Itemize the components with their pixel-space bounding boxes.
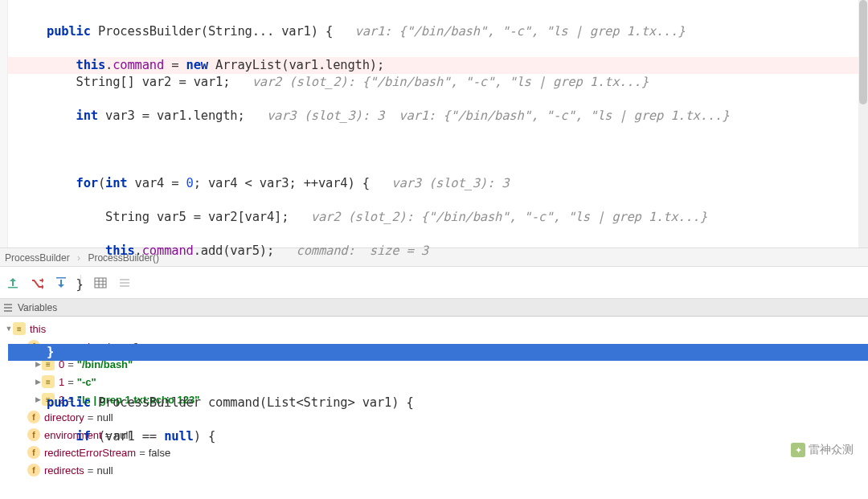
code-line: public ProcessBuilder command(List<Strin…: [8, 395, 868, 411]
execution-line: }: [8, 344, 868, 361]
svg-rect-9: [120, 285, 129, 287]
code-line-highlighted: this.command = new ArrayList(var1.length…: [8, 57, 868, 74]
vertical-scrollbar[interactable]: [858, 0, 868, 247]
wechat-icon: ✦: [791, 443, 805, 457]
editor-gutter: [0, 0, 8, 247]
code-line: }: [8, 276, 868, 293]
inline-hint: var2 (slot_2): {"/bin/bash", "-c", "ls |…: [311, 210, 707, 224]
inline-hint: command: size = 3: [297, 243, 428, 258]
code-line: public ProcessBuilder(String... var1) { …: [8, 23, 868, 40]
scrollbar-thumb[interactable]: [859, 0, 867, 104]
code-line: String[] var2 = var1; var2 (slot_2): {"/…: [8, 74, 868, 91]
code-line: String var5 = var2[var4]; var2 (slot_2):…: [8, 209, 868, 226]
code-line: int var3 = var1.length; var3 (slot_3): 3…: [8, 108, 868, 125]
code-line: if (var1 == null) {: [8, 428, 868, 445]
code-area[interactable]: public ProcessBuilder(String... var1) { …: [8, 0, 868, 479]
inline-hint: var3 (slot_3): 3 var1: {"/bin/bash", "-c…: [267, 108, 729, 123]
svg-rect-8: [120, 282, 129, 284]
code-line: [8, 310, 868, 327]
keyword: public: [47, 24, 91, 39]
code-line: [8, 361, 868, 378]
code-line: [8, 141, 868, 158]
svg-rect-7: [120, 279, 129, 280]
editor-pane[interactable]: public ProcessBuilder(String... var1) { …: [0, 0, 868, 247]
watermark: ✦ 雷神众测: [791, 443, 854, 457]
watermark-text: 雷神众测: [809, 443, 854, 457]
inline-hint: var3 (slot_3): 3: [391, 176, 509, 190]
inline-hint: var2 (slot_2): {"/bin/bash", "-c", "ls |…: [252, 75, 649, 89]
code-line: for(int var4 = 0; var4 < var3; ++var4) {…: [8, 175, 868, 192]
list-icon[interactable]: [118, 276, 131, 289]
inline-hint: var1: {"/bin/bash", "-c", "ls | grep 1.t…: [355, 24, 686, 39]
code-line: this.command.add(var5); command: size = …: [8, 243, 868, 260]
